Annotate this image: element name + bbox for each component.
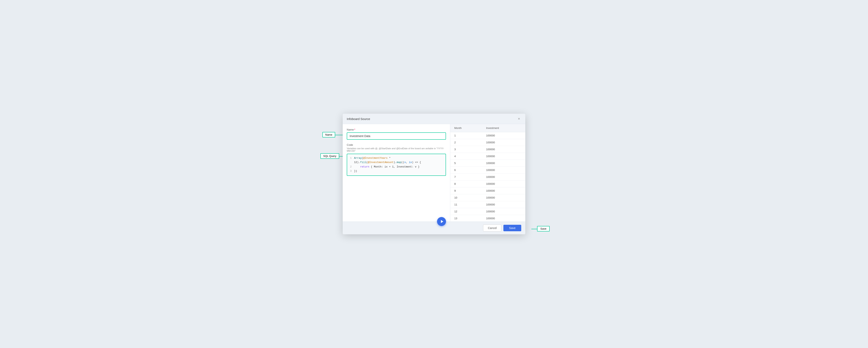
right-panel: Month Investment 1100000 2100000 3100000… bbox=[450, 124, 525, 222]
table-row: 1100000 bbox=[450, 132, 525, 139]
preview-table: Month Investment 1100000 2100000 3100000… bbox=[450, 124, 525, 222]
table-header: Month Investment bbox=[450, 124, 525, 132]
code-line-2: 2 return { Month: ix + 1, Investment: v … bbox=[350, 165, 443, 169]
play-icon bbox=[440, 220, 444, 224]
sql-query-annotation: SQL Query bbox=[320, 153, 339, 159]
name-annotation: Name bbox=[322, 132, 335, 138]
name-input[interactable] bbox=[347, 133, 446, 140]
left-panel: Name* Code Variables can be used with @,… bbox=[343, 124, 450, 222]
save-button[interactable]: Save bbox=[503, 225, 521, 231]
col-investment: Investment bbox=[482, 124, 525, 132]
table-row: 8100000 bbox=[450, 180, 525, 187]
table-row: 2100000 bbox=[450, 139, 525, 146]
cancel-button[interactable]: Cancel bbox=[483, 225, 501, 231]
table-row: 7100000 bbox=[450, 174, 525, 180]
close-button[interactable]: × bbox=[517, 117, 521, 121]
code-label: Code bbox=[347, 143, 446, 146]
save-annotation: Save bbox=[537, 226, 550, 231]
table-row: 4100000 bbox=[450, 153, 525, 160]
table-body: 1100000 2100000 3100000 4100000 5100000 … bbox=[450, 132, 525, 222]
code-line-1: 1 Array(@InvestmentYears * 12).fill(@Inv… bbox=[350, 156, 443, 165]
dialog-body: Name* Code Variables can be used with @,… bbox=[343, 124, 525, 222]
dialog-title: Infoboard Source bbox=[347, 117, 370, 121]
code-hint: Variables can be used with @, @StartDate… bbox=[347, 147, 446, 152]
name-label: Name* bbox=[347, 128, 446, 131]
table-row: 13100000 bbox=[450, 215, 525, 222]
dialog-header: Infoboard Source × bbox=[343, 114, 525, 124]
table-row: 6100000 bbox=[450, 167, 525, 174]
table-row: 9100000 bbox=[450, 187, 525, 194]
table-row: 5100000 bbox=[450, 160, 525, 167]
code-editor[interactable]: 1 Array(@InvestmentYears * 12).fill(@Inv… bbox=[347, 154, 446, 176]
preview-table-wrapper[interactable]: Month Investment 1100000 2100000 3100000… bbox=[450, 124, 525, 222]
table-row: 3100000 bbox=[450, 146, 525, 153]
dialog: Infoboard Source × Name* Code Variables … bbox=[343, 114, 525, 234]
col-month: Month bbox=[450, 124, 482, 132]
table-row: 11100000 bbox=[450, 201, 525, 208]
table-row: 12100000 bbox=[450, 208, 525, 215]
table-row: 10100000 bbox=[450, 194, 525, 201]
run-button[interactable] bbox=[437, 217, 446, 226]
svg-marker-0 bbox=[441, 220, 443, 223]
dialog-footer: Cancel Save bbox=[343, 222, 525, 234]
code-line-3: 3 }) bbox=[350, 169, 443, 173]
